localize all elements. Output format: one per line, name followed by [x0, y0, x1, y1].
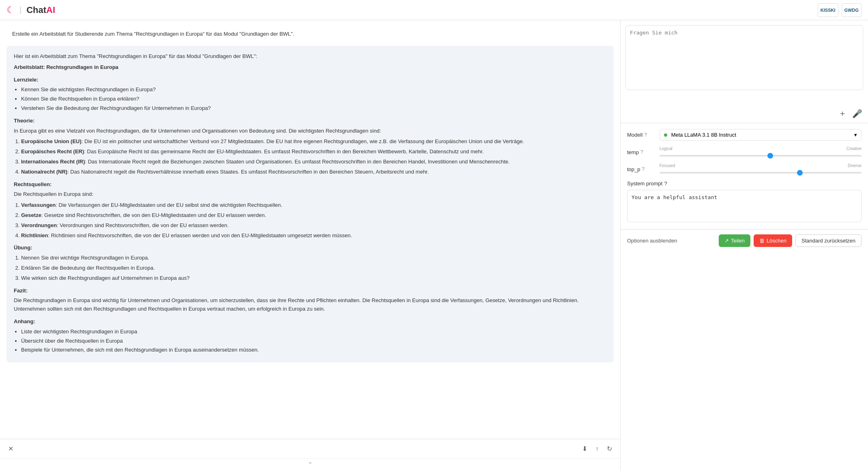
model-selector[interactable]: Meta LLaMA 3.1 8B Instruct ▾	[660, 129, 862, 141]
download-button[interactable]: ⬇	[580, 443, 589, 454]
share-icon: ↗	[724, 238, 729, 244]
chat-input[interactable]	[625, 25, 863, 90]
list-item: Internationales Recht (IR): Das Internat…	[21, 158, 606, 166]
action-bar-left: Optionen ausblenden	[627, 238, 677, 244]
list-item: Europäisches Recht (ER): Das Europäische…	[21, 148, 606, 156]
rechtsquellen-heading: Rechtsquellen:	[14, 180, 606, 189]
top-p-slider-container: Focused Diverse	[660, 163, 862, 175]
worksheet-title: Arbeitsblatt: Rechtsgrundlagen in Europa	[14, 63, 606, 72]
list-item: Beispiele für Unternehmen, die sich mit …	[21, 346, 606, 354]
top-p-help-icon[interactable]: ?	[642, 166, 645, 172]
reset-button[interactable]: Standard zurücksetzen	[795, 234, 862, 247]
chat-toolbar: ✕ ⬇ ↑ ↻	[0, 439, 620, 458]
system-prompt-section: System prompt ? You are a helpful assist…	[627, 180, 862, 223]
model-name: Meta LLaMA 3.1 8B Instruct	[671, 132, 736, 138]
hide-options-link[interactable]: Optionen ausblenden	[627, 238, 677, 244]
list-item: Kennen Sie die wichtigsten Rechtsgrundla…	[21, 86, 606, 94]
logo-chat: Chat	[26, 5, 46, 15]
chat-panel: Erstelle ein Arbeitsblatt für Studierend…	[0, 20, 621, 470]
theorie-heading: Theorie:	[14, 117, 606, 125]
list-item: Verfassungen: Die Verfassungen der EU-Mi…	[21, 201, 606, 210]
partner-logos: KISSKI GWDG	[818, 3, 862, 17]
model-row: Modell ? Meta LLaMA 3.1 8B Instruct ▾	[627, 129, 862, 141]
top-p-slider-labels: Focused Diverse	[660, 163, 862, 168]
list-item: Gesetze: Gesetze sind Rechtsvorschriften…	[21, 211, 606, 220]
kisski-logo: KISSKI	[818, 3, 838, 17]
chat-toolbar-right: ⬇ ↑ ↻	[580, 443, 614, 454]
list-item: Richtlinien: Richtlinien sind Rechtsvors…	[21, 232, 606, 240]
theorie-intro: In Europa gibt es eine Vielzahl von Rech…	[14, 127, 606, 135]
share-button[interactable]: ↗ Teilen	[719, 234, 750, 247]
rechtsquellen-list: Verfassungen: Die Verfassungen der EU-Mi…	[21, 201, 606, 240]
app-logo: ChatAI	[26, 5, 55, 15]
anhang-list: Liste der wichtigsten Rechtsgrundlagen i…	[21, 328, 606, 354]
temp-slider-container: Logical Creative	[660, 146, 862, 158]
lernziele-list: Kennen Sie die wichtigsten Rechtsgrundla…	[21, 86, 606, 112]
list-item: Erklären Sie die Bedeutung der Rechtsque…	[21, 264, 606, 273]
anhang-heading: Anhang:	[14, 318, 606, 326]
model-status-dot	[664, 133, 667, 137]
top-p-label-focused: Focused	[660, 163, 675, 168]
rechtsquellen-intro: Die Rechtsquellen in Europa sind:	[14, 190, 606, 199]
temp-slider[interactable]	[660, 155, 862, 157]
list-item: Nationalrecht (NR): Das Nationalrecht re…	[21, 168, 606, 176]
mic-button[interactable]: 🎤	[851, 108, 863, 119]
action-bar-right: ↗ Teilen 🗑 Löschen Standard zurücksetzen	[719, 234, 862, 247]
right-panel: ＋ 🎤 Modell ? Meta LLaMA 3.1 8B Instruct …	[621, 20, 868, 470]
list-item: Können Sie die Rechtsquellen in Europa e…	[21, 95, 606, 103]
settings-area: Modell ? Meta LLaMA 3.1 8B Instruct ▾ te…	[621, 123, 868, 229]
top-p-label-diverse: Diverse	[848, 163, 862, 168]
input-actions: ＋ 🎤	[621, 105, 868, 123]
temp-help-icon[interactable]: ?	[640, 149, 643, 155]
system-prompt-input[interactable]: You are a helpful assistant	[627, 190, 862, 222]
top-p-row: top_p ? Focused Diverse	[627, 163, 862, 175]
system-prompt-help-icon[interactable]: ?	[664, 180, 667, 187]
list-item: Übersicht über die Rechtsquellen in Euro…	[21, 337, 606, 346]
list-item: Wie wirken sich die Rechtsgrundlagen auf…	[21, 274, 606, 283]
assistant-message: Hier ist ein Arbeitsblatt zum Thema "Rec…	[6, 46, 614, 363]
chevron-down-icon: ▾	[854, 132, 857, 138]
main-container: Erstelle ein Arbeitsblatt für Studierend…	[0, 20, 868, 470]
input-area	[621, 20, 868, 105]
uebung-list: Nennen Sie drei wichtige Rechtsgrundlage…	[21, 254, 606, 282]
delete-button[interactable]: 🗑 Löschen	[754, 234, 792, 247]
header-left: ☾ | ChatAI	[6, 5, 55, 15]
scroll-indicator[interactable]: ⌃	[0, 458, 620, 470]
system-prompt-label: System prompt ?	[627, 180, 862, 187]
model-help-icon[interactable]: ?	[644, 132, 647, 138]
user-message-text: Erstelle ein Arbeitsblatt für Studierend…	[12, 31, 294, 37]
chat-messages: Erstelle ein Arbeitsblatt für Studierend…	[0, 20, 620, 439]
list-item: Nennen Sie drei wichtige Rechtsgrundlage…	[21, 254, 606, 262]
header: ☾ | ChatAI KISSKI GWDG	[0, 0, 868, 20]
temp-label-creative: Creative	[847, 146, 862, 151]
assistant-intro: Hier ist ein Arbeitsblatt zum Thema "Rec…	[14, 52, 606, 61]
action-bar: Optionen ausblenden ↗ Teilen 🗑 Löschen S…	[621, 229, 868, 252]
list-item: Liste der wichtigsten Rechtsgrundlagen i…	[21, 328, 606, 336]
top-p-label: top_p ?	[627, 166, 655, 172]
list-item: Europäische Union (EU): Die EU ist ein p…	[21, 137, 606, 146]
trash-icon: 🗑	[759, 238, 765, 244]
gwdg-logo: GWDG	[842, 3, 862, 17]
share-button[interactable]: ↑	[594, 444, 600, 454]
theorie-list: Europäische Union (EU): Die EU ist ein p…	[21, 137, 606, 176]
temp-row: temp ? Logical Creative	[627, 146, 862, 158]
temp-slider-labels: Logical Creative	[660, 146, 862, 151]
close-button[interactable]: ✕	[6, 443, 15, 454]
fazit-text: Die Rechtsgrundlagen in Europa sind wich…	[14, 296, 606, 313]
user-message: Erstelle ein Arbeitsblatt für Studierend…	[6, 27, 614, 41]
list-item: Verstehen Sie die Bedeutung der Rechtsgr…	[21, 104, 606, 113]
top-p-slider[interactable]	[660, 172, 862, 174]
header-right: KISSKI GWDG	[818, 3, 862, 17]
model-label: Modell ?	[627, 132, 655, 138]
temp-label: temp ?	[627, 149, 655, 155]
uebung-heading: Übung:	[14, 244, 606, 252]
list-item: Verordnungen: Verordnungen sind Rechtsvo…	[21, 221, 606, 230]
fazit-heading: Fazit:	[14, 287, 606, 295]
moon-icon: ☾	[6, 5, 15, 15]
add-button[interactable]: ＋	[838, 107, 847, 120]
refresh-button[interactable]: ↻	[605, 443, 614, 454]
chat-toolbar-left: ✕	[6, 443, 15, 454]
logo-ai: AI	[46, 5, 55, 15]
logo-divider: |	[19, 5, 21, 15]
lernziele-heading: Lernziele:	[14, 76, 606, 84]
